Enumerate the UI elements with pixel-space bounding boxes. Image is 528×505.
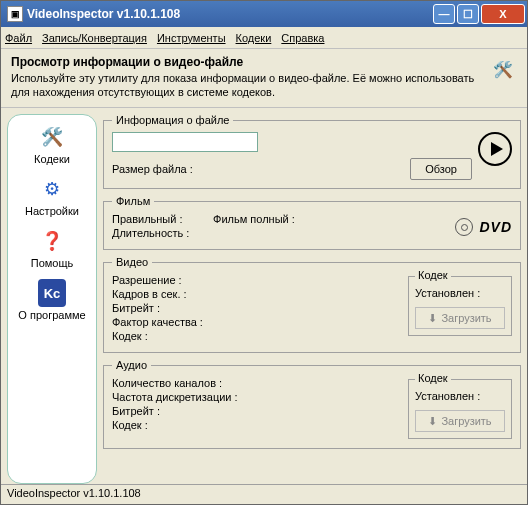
menu-record[interactable]: Запись/Конвертация [42, 32, 147, 44]
sidebar-item-settings[interactable]: ⚙ Настройки [25, 175, 79, 217]
body: 🛠️ Кодеки ⚙ Настройки ❓ Помощь Kc О прог… [1, 108, 527, 484]
video-quality-label: Фактор качества : [112, 316, 352, 328]
header-icon: 🛠️ [489, 55, 517, 83]
audio-codec-box-legend: Кодек [415, 372, 451, 384]
main: Информация о файле Размер файла : Обзор … [103, 114, 521, 484]
audio-download-button[interactable]: ⬇ Загрузить [415, 410, 505, 432]
audio-legend: Аудио [112, 359, 151, 371]
status-text: VideoInspector v1.10.1.108 [7, 487, 141, 499]
video-group: Видео Разрешение : Кадров в сек. : Битре… [103, 256, 521, 353]
download-icon: ⬇ [428, 312, 437, 325]
filepath-input[interactable] [112, 132, 258, 152]
audio-codec-installed-label: Установлен : [415, 390, 505, 402]
video-fps-label: Кадров в сек. : [112, 288, 352, 300]
sidebar-label: Помощь [31, 257, 74, 269]
menu-tools[interactable]: Инструменты [157, 32, 226, 44]
window-title: VideoInspector v1.10.1.108 [27, 7, 180, 21]
video-legend: Видео [112, 256, 152, 268]
film-complete-label: Фильм полный : [213, 213, 295, 225]
titlebar: ▣ VideoInspector v1.10.1.108 — ☐ X [1, 1, 527, 27]
gear-icon: ⚙ [38, 175, 66, 203]
menu-codecs[interactable]: Кодеки [236, 32, 272, 44]
video-codec-label: Кодек : [112, 330, 352, 342]
dvd-button[interactable]: DVD [479, 219, 512, 235]
film-group: Фильм Правильный : Фильм полный : Длител… [103, 195, 521, 250]
header-desc: Используйте эту утилиту для показа инфор… [11, 71, 483, 99]
video-resolution-label: Разрешение : [112, 274, 352, 286]
sidebar-label: Настройки [25, 205, 79, 217]
disc-icon [455, 218, 473, 236]
puzzle-icon: 🛠️ [38, 123, 66, 151]
browse-button[interactable]: Обзор [410, 158, 472, 180]
menu-file[interactable]: Файл [5, 32, 32, 44]
sidebar: 🛠️ Кодеки ⚙ Настройки ❓ Помощь Kc О прог… [7, 114, 97, 484]
menu-help[interactable]: Справка [281, 32, 324, 44]
audio-bitrate-label: Битрейт : [112, 405, 352, 417]
menubar: Файл Запись/Конвертация Инструменты Коде… [1, 27, 527, 49]
video-bitrate-label: Битрейт : [112, 302, 352, 314]
sidebar-label: Кодеки [34, 153, 70, 165]
audio-samplerate-label: Частота дискретизации : [112, 391, 352, 403]
film-duration-label: Длительность : [112, 227, 189, 239]
app-icon: ▣ [7, 6, 23, 22]
audio-codec-label: Кодек : [112, 419, 352, 431]
audio-channels-label: Количество каналов : [112, 377, 352, 389]
fileinfo-legend: Информация о файле [112, 114, 233, 126]
filesize-label: Размер файла : [112, 163, 410, 175]
fileinfo-group: Информация о файле Размер файла : Обзор [103, 114, 521, 189]
minimize-button[interactable]: — [433, 4, 455, 24]
help-icon: ❓ [38, 227, 66, 255]
header: Просмотр информации о видео-файле Исполь… [1, 49, 527, 108]
download-icon: ⬇ [428, 415, 437, 428]
audio-codec-box: Кодек Установлен : ⬇ Загрузить [408, 379, 512, 439]
play-button[interactable] [478, 132, 512, 166]
sidebar-item-codecs[interactable]: 🛠️ Кодеки [34, 123, 70, 165]
statusbar: VideoInspector v1.10.1.108 [1, 484, 527, 504]
window: ▣ VideoInspector v1.10.1.108 — ☐ X Файл … [0, 0, 528, 505]
video-download-button[interactable]: ⬇ Загрузить [415, 307, 505, 329]
sidebar-item-about[interactable]: Kc О программе [18, 279, 85, 321]
sidebar-label: О программе [18, 309, 85, 321]
sidebar-item-help[interactable]: ❓ Помощь [31, 227, 74, 269]
about-icon: Kc [38, 279, 66, 307]
close-button[interactable]: X [481, 4, 525, 24]
maximize-button[interactable]: ☐ [457, 4, 479, 24]
video-codec-box-legend: Кодек [415, 269, 451, 281]
video-codec-installed-label: Установлен : [415, 287, 505, 299]
film-valid-label: Правильный : [112, 213, 183, 225]
video-codec-box: Кодек Установлен : ⬇ Загрузить [408, 276, 512, 336]
audio-group: Аудио Количество каналов : Частота дискр… [103, 359, 521, 449]
film-legend: Фильм [112, 195, 154, 207]
header-title: Просмотр информации о видео-файле [11, 55, 483, 69]
